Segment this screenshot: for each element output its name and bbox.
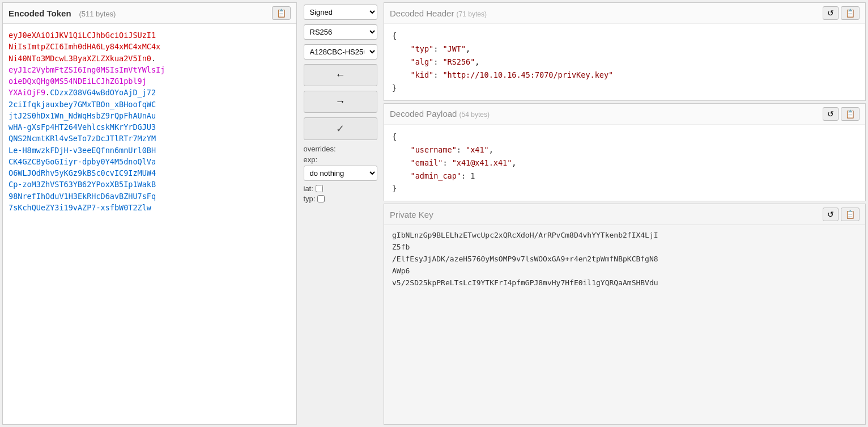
- decoded-payload-refresh-button[interactable]: ↺: [823, 107, 839, 121]
- verify-button[interactable]: ✓: [304, 117, 377, 140]
- signature-algo-select[interactable]: RS256 HS256 HS384 HS512 RS384 RS512: [304, 24, 377, 40]
- private-key-refresh-button[interactable]: ↺: [823, 208, 839, 221]
- decoded-header-header: Decoded Header (71 bytes) ↺ 📋: [384, 3, 865, 24]
- decoded-payload-section: Decoded Payload (54 bytes) ↺ 📋 { "userna…: [384, 103, 866, 202]
- exp-label: exp:: [304, 155, 318, 164]
- encoded-token-content[interactable]: eyJ0eXAiOiJKV1QiLCJhbGciOiJSUzI1NiIsImtp…: [3, 24, 296, 424]
- decoded-header-section: Decoded Header (71 bytes) ↺ 📋 { "typ": "…: [384, 2, 866, 101]
- typ-label: typ:: [304, 195, 316, 203]
- encoded-token-title: Encoded Token (511 bytes): [8, 9, 116, 18]
- encoded-token-panel: Encoded Token (511 bytes) 📋 eyJ0eXAiOiJK…: [2, 2, 297, 425]
- token-dot-2: .: [45, 88, 50, 97]
- enc-algo-select[interactable]: A128CBC-HS256 A192CBC-HS384 A256CBC-HS51…: [304, 44, 377, 60]
- decoded-header-content[interactable]: { "typ": "JWT", "alg": "RS256", "kid": "…: [384, 24, 865, 100]
- private-key-copy-button[interactable]: 📋: [841, 208, 860, 221]
- decoded-payload-copy-button[interactable]: 📋: [841, 107, 860, 121]
- algorithm-select[interactable]: Signed Unsigned Encrypted: [304, 5, 377, 20]
- decoded-header-copy-button[interactable]: 📋: [841, 6, 860, 20]
- decoded-payload-title: Decoded Payload (54 bytes): [390, 109, 490, 119]
- exp-override-select[interactable]: do nothing expired not expired: [304, 166, 377, 181]
- token-signature-part: CDzxZ08VG4wBdOYoAjD_j722ciIfqkjauxbey7GM…: [8, 88, 156, 212]
- private-key-icons: ↺ 📋: [823, 208, 860, 221]
- exp-override-row: exp:: [304, 155, 377, 164]
- typ-override-row: typ:: [304, 195, 377, 203]
- private-key-content[interactable]: gIbNLnzGp9BLELhzETwcUpc2xQRcXdoH/ArRPvCm…: [384, 225, 865, 424]
- decoded-payload-icons: ↺ 📋: [823, 107, 860, 121]
- encoded-token-copy-button[interactable]: 📋: [272, 6, 291, 20]
- overrides-section: overrides: exp: do nothing expired not e…: [304, 145, 377, 205]
- token-header-part: eyJ0eXAiOiJKV1QiLCJhbGciOiJSUzI1NiIsImtp…: [8, 31, 160, 63]
- decode-button[interactable]: ←: [304, 64, 377, 86]
- decoded-header-icons: ↺ 📋: [823, 6, 860, 20]
- decoded-header-refresh-button[interactable]: ↺: [823, 6, 839, 20]
- controls-panel: Signed Unsigned Encrypted RS256 HS256 HS…: [299, 0, 381, 427]
- iat-label: iat:: [304, 184, 313, 193]
- private-key-section: Private Key ↺ 📋 gIbNLnzGp9BLELhzETwcUpc2…: [384, 204, 866, 425]
- token-dot-1: .: [151, 54, 156, 63]
- iat-override-row: iat:: [304, 184, 377, 193]
- private-key-header: Private Key ↺ 📋: [384, 204, 865, 225]
- iat-checkbox[interactable]: [316, 185, 323, 192]
- encode-button[interactable]: →: [304, 91, 377, 113]
- decoded-payload-content[interactable]: { "username": "x41", "email": "x41@x41.x…: [384, 125, 865, 201]
- encoded-token-header: Encoded Token (511 bytes) 📋: [3, 3, 296, 24]
- decoded-header-title: Decoded Header (71 bytes): [390, 9, 487, 18]
- overrides-label: overrides:: [304, 145, 377, 153]
- decoded-payload-header: Decoded Payload (54 bytes) ↺ 📋: [384, 104, 865, 125]
- private-key-title: Private Key: [390, 210, 433, 219]
- right-panel: Decoded Header (71 bytes) ↺ 📋 { "typ": "…: [384, 2, 866, 425]
- typ-checkbox[interactable]: [317, 195, 325, 202]
